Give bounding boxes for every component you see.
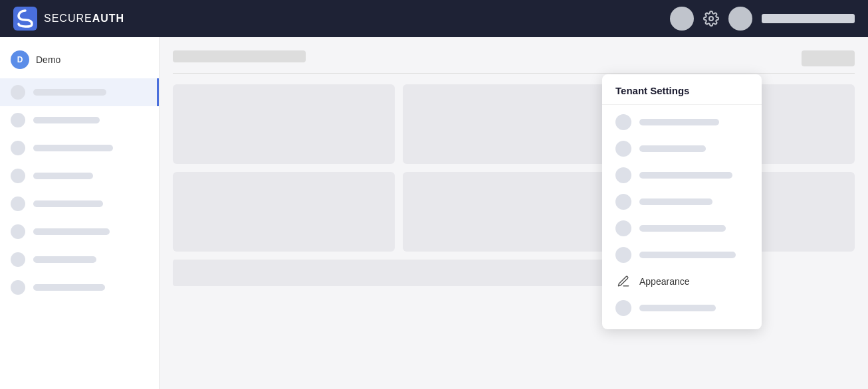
sidebar-icon-2 (11, 113, 25, 127)
dropdown-icon-2 (615, 141, 631, 157)
dropdown-item-3[interactable] (602, 162, 762, 189)
dropdown-item-5[interactable] (602, 215, 762, 242)
card-5 (403, 172, 625, 252)
sidebar-item-7[interactable] (0, 246, 159, 273)
dropdown-item-2[interactable] (602, 135, 762, 162)
dropdown-label-2 (639, 145, 706, 152)
sidebar-icon-8 (11, 280, 25, 295)
user-avatar-2[interactable] (728, 7, 752, 31)
svg-point-1 (709, 17, 713, 21)
dropdown-title: Tenant Settings (602, 82, 762, 105)
card-1 (173, 84, 395, 164)
user-avatar[interactable] (670, 7, 694, 31)
dropdown-label-6 (639, 252, 736, 258)
dropdown-icon-6 (615, 247, 631, 263)
main-content (160, 37, 868, 389)
sidebar-item-3[interactable] (0, 134, 159, 162)
sidebar-label-6 (33, 228, 110, 235)
dropdown-icon-1 (615, 114, 631, 130)
sidebar-icon-6 (11, 224, 25, 239)
card-2 (403, 84, 625, 164)
dropdown-item-4[interactable] (602, 189, 762, 215)
logo-text: SECUREAUTH (44, 13, 124, 25)
appearance-icon (615, 273, 631, 289)
sidebar-label-4 (33, 173, 93, 179)
sidebar-icon-7 (11, 252, 25, 267)
app-header: SECUREAUTH (0, 0, 868, 37)
card-4 (173, 172, 395, 252)
sidebar-item-5[interactable] (0, 190, 159, 218)
sidebar-label-8 (33, 284, 105, 291)
sidebar-icon-1 (11, 85, 25, 100)
header-actions (670, 7, 855, 31)
dropdown-label-3 (639, 172, 732, 179)
dropdown-icon-5 (615, 220, 631, 236)
dropdown-item-last[interactable] (602, 295, 762, 321)
sidebar-icon-4 (11, 169, 25, 183)
dropdown-label-last (639, 305, 716, 311)
dropdown-label-5 (639, 225, 726, 232)
sidebar-label-2 (33, 117, 100, 123)
sidebar-item-1[interactable] (0, 78, 159, 106)
tenant-settings-dropdown: Tenant Settings (602, 74, 762, 329)
action-button[interactable] (802, 50, 855, 66)
sidebar-icon-5 (11, 196, 25, 211)
logo-area: SECUREAUTH (13, 7, 124, 31)
demo-label: Demo (36, 54, 60, 65)
content-divider (173, 73, 855, 74)
sidebar-label-7 (33, 256, 96, 263)
dropdown-icon-last (615, 300, 631, 316)
dropdown-label-1 (639, 119, 719, 125)
content-title-bar (173, 50, 306, 62)
sidebar-item-4[interactable] (0, 162, 159, 190)
secureauth-logo-icon (13, 7, 37, 31)
dropdown-icon-3 (615, 167, 631, 183)
dropdown-label-4 (639, 198, 712, 205)
appearance-menu-item[interactable]: Appearance (602, 268, 762, 295)
sidebar-item-2[interactable] (0, 106, 159, 134)
sidebar-label-1 (33, 89, 106, 96)
gear-icon[interactable] (703, 11, 719, 27)
sidebar-item-8[interactable] (0, 273, 159, 301)
appearance-label: Appearance (639, 276, 690, 287)
main-layout: D Demo (0, 37, 868, 389)
demo-avatar: D (11, 50, 29, 69)
sidebar-item-6[interactable] (0, 218, 159, 246)
dropdown-item-1[interactable] (602, 109, 762, 135)
sidebar-label-5 (33, 200, 103, 207)
sidebar-item-demo[interactable]: D Demo (0, 44, 159, 76)
user-name-display (762, 14, 855, 23)
sidebar-icon-3 (11, 141, 25, 155)
sidebar-label-3 (33, 145, 113, 151)
sidebar: D Demo (0, 37, 160, 389)
dropdown-item-6[interactable] (602, 242, 762, 268)
dropdown-icon-4 (615, 194, 631, 210)
